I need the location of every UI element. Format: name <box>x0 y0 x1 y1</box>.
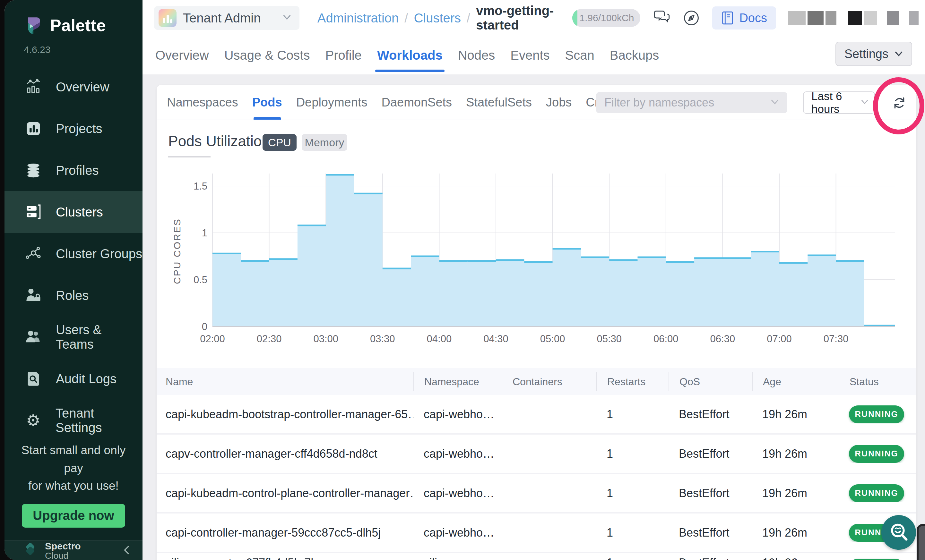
compass-tour-icon[interactable] <box>683 9 700 27</box>
scrollbar-thumb[interactable] <box>917 524 925 560</box>
svg-text:1.5: 1.5 <box>194 180 207 192</box>
breadcrumb-administration[interactable]: Administration <box>318 11 399 26</box>
sidebar-item-cluster-groups[interactable]: Cluster Groups <box>5 233 143 275</box>
pod-name: capi-kubeadm-bootstrap-controller-manage… <box>157 408 413 421</box>
app-version: 4.6.23 <box>24 44 143 55</box>
sidebar-collapse-chevron[interactable] <box>123 545 131 556</box>
pod-age: 19h 26m <box>752 447 839 461</box>
sidebar-nav: Overview Projects Profiles <box>5 66 143 441</box>
pods-utilization-chart: 00.511.502:0002:3003:0003:3004:0004:3005… <box>160 165 913 354</box>
namespace-filter-input[interactable]: Filter by namespaces <box>596 92 787 113</box>
settings-button[interactable]: Settings <box>835 42 912 66</box>
sidebar-item-users-teams[interactable]: Users & Teams <box>5 316 143 358</box>
svg-text:06:00: 06:00 <box>654 333 678 344</box>
table-row[interactable]: capi-kubeadm-bootstrap-controller-manage… <box>157 395 916 435</box>
pod-restarts: 1 <box>597 486 669 500</box>
pod-name: capv-controller-manager-cff4d658d-nd8ct <box>157 447 413 461</box>
breadcrumb-separator: / <box>404 11 408 26</box>
sidebar-item-tenant-settings[interactable]: ⚙ Tenant Settings <box>5 399 143 441</box>
breadcrumb-separator: / <box>467 11 470 26</box>
pod-namespace: capi-webho… <box>413 408 502 421</box>
pod-restarts: 1 <box>597 447 669 461</box>
memory-toggle-button[interactable]: Memory <box>302 134 347 151</box>
tab-nodes[interactable]: Nodes <box>458 48 495 63</box>
tab-scan[interactable]: Scan <box>565 48 594 63</box>
svg-text:0: 0 <box>202 321 207 332</box>
table-row-partial[interactable]: cilium-operator-677fb4d5b-7h… cilium… 1 … <box>157 553 916 560</box>
col-header-qos[interactable]: QoS <box>669 372 752 391</box>
palette-logo[interactable]: Palette <box>23 15 143 36</box>
svg-text:04:00: 04:00 <box>427 333 452 344</box>
spectro-cloud-logo-icon <box>23 543 38 558</box>
subtab-statefulsets[interactable]: StatefulSets <box>466 85 532 120</box>
pod-namespace: capi-webho… <box>413 526 502 539</box>
settings-label: Settings <box>844 47 889 61</box>
tenant-selector[interactable]: Tenant Admin <box>154 6 300 30</box>
subtab-daemonsets[interactable]: DaemonSets <box>381 85 452 120</box>
breadcrumb-clusters[interactable]: Clusters <box>414 11 461 26</box>
sidebar-item-overview[interactable]: Overview <box>5 66 143 108</box>
sidebar-item-label: Projects <box>56 122 102 136</box>
table-row[interactable]: capv-controller-manager-cff4d658d-nd8ct … <box>157 435 916 474</box>
time-range-value: Last 6 hours <box>811 90 856 116</box>
tenant-avatar-icon <box>158 9 176 27</box>
pod-name: cilium-operator-677fb4d5b-7h… <box>157 553 413 560</box>
overview-chart-icon <box>24 78 42 96</box>
table-row[interactable]: capi-controller-manager-59ccc87cc5-dlh5j… <box>157 513 916 553</box>
docs-button[interactable]: Docs <box>712 6 776 30</box>
col-header-containers[interactable]: Containers <box>502 372 597 391</box>
pod-age: 19h 26m <box>752 486 839 500</box>
gear-icon: ⚙ <box>24 411 42 429</box>
col-header-status[interactable]: Status <box>839 372 916 391</box>
cpu-toggle-button[interactable]: CPU <box>262 134 297 151</box>
tab-overview[interactable]: Overview <box>155 48 209 63</box>
col-header-age[interactable]: Age <box>752 372 839 391</box>
support-chat-bubble[interactable] <box>881 515 916 550</box>
upgrade-promo: Start small and only pay for what you us… <box>5 441 143 540</box>
sidebar-item-audit-logs[interactable]: Audit Logs <box>5 358 143 399</box>
sidebar-item-roles[interactable]: Roles <box>5 275 143 316</box>
audit-log-magnifier-icon <box>24 370 42 388</box>
subtab-jobs[interactable]: Jobs <box>546 85 572 120</box>
subtab-namespaces[interactable]: Namespaces <box>167 85 238 120</box>
chevron-down-icon <box>861 99 869 106</box>
breadcrumb: Administration / Clusters / vmo-getting-… <box>318 3 572 32</box>
tab-backups[interactable]: Backups <box>610 48 659 63</box>
screenshot-root: Palette 4.6.23 Overview <box>0 0 925 560</box>
usage-quota-pill: 1.96/100kCh <box>572 9 640 27</box>
svg-text:CPU CORES: CPU CORES <box>172 218 182 284</box>
sidebar-item-projects[interactable]: Projects <box>5 108 143 149</box>
col-header-name[interactable]: Name <box>157 372 413 391</box>
sidebar-footer: Spectro Cloud <box>5 540 143 560</box>
tab-workloads[interactable]: Workloads <box>377 48 443 63</box>
pod-qos: BestEffort <box>669 526 752 539</box>
usage-progress-sliver <box>572 9 577 27</box>
upgrade-now-button[interactable]: Upgrade now <box>22 504 125 528</box>
pod-restarts: 1 <box>597 408 669 421</box>
time-range-dropdown[interactable]: Last 6 hours <box>803 92 875 114</box>
col-header-namespace[interactable]: Namespace <box>413 372 502 391</box>
chat-feedback-icon[interactable] <box>652 10 670 26</box>
refresh-icon <box>891 95 907 111</box>
svg-text:05:00: 05:00 <box>540 333 565 344</box>
svg-text:06:30: 06:30 <box>710 333 735 344</box>
sidebar-item-label: Roles <box>56 288 89 303</box>
tab-usage-costs[interactable]: Usage & Costs <box>224 48 310 63</box>
table-row[interactable]: capi-kubeadm-control-plane-controller-ma… <box>157 474 916 513</box>
subtab-deployments[interactable]: Deployments <box>296 85 368 120</box>
brand-name-top: Spectro <box>45 541 81 551</box>
refresh-button[interactable] <box>890 94 909 112</box>
pod-qos: BestEffort <box>669 553 752 560</box>
sidebar-item-profiles[interactable]: Profiles <box>5 149 143 191</box>
tab-profile[interactable]: Profile <box>325 48 362 63</box>
svg-text:07:00: 07:00 <box>767 333 792 344</box>
col-header-restarts[interactable]: Restarts <box>597 372 669 391</box>
sidebar-item-clusters[interactable]: Clusters <box>5 191 143 233</box>
chart-section-title: Pods Utilization <box>168 132 270 150</box>
svg-text:0.5: 0.5 <box>194 274 207 285</box>
tab-events[interactable]: Events <box>510 48 550 63</box>
app-title: Palette <box>50 16 106 35</box>
subtab-pods[interactable]: Pods <box>252 85 282 120</box>
svg-text:02:00: 02:00 <box>200 333 225 344</box>
breadcrumb-current-cluster: vmo-getting-started <box>476 3 572 32</box>
